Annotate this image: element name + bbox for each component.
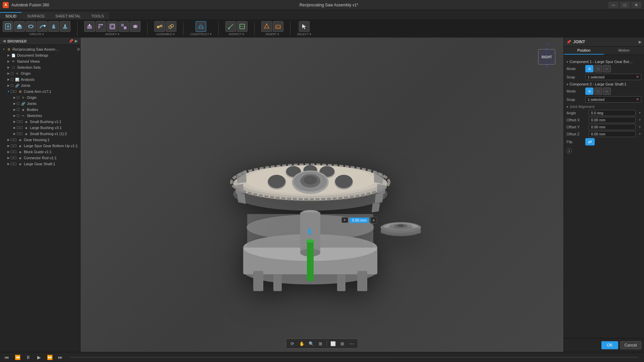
offset-z-arrow[interactable]: ▼: [638, 132, 641, 136]
mode1-btn2[interactable]: □: [594, 65, 602, 72]
scale-button[interactable]: [118, 21, 129, 32]
new-component-button[interactable]: [3, 21, 13, 32]
tab-surface[interactable]: SURFACE: [22, 12, 50, 19]
browser-pin-icon[interactable]: 📌: [69, 39, 73, 43]
viewport-canvas: ▼ 0.00 mm ▼ Z RIGHT ⟳: [80, 38, 564, 352]
select-button[interactable]: [299, 21, 310, 32]
view-cube-svg: Z RIGHT: [533, 41, 560, 71]
joint-button[interactable]: [154, 21, 165, 32]
revolve-button[interactable]: [25, 21, 36, 32]
measure-button[interactable]: [225, 21, 236, 32]
offset-y-input[interactable]: 0.00 mm: [589, 124, 636, 130]
view-cube[interactable]: Z RIGHT: [533, 41, 560, 74]
step-back-button[interactable]: ⏪: [13, 354, 21, 361]
viewport-orbit-button[interactable]: ⟳: [288, 340, 297, 347]
viewport-pan-button[interactable]: ✋: [298, 340, 306, 347]
tab-position[interactable]: Position: [564, 47, 604, 55]
browser-expand-icon[interactable]: ▶: [75, 39, 77, 43]
browser-item-doc-settings[interactable]: ▶ 📄 Document Settings: [0, 52, 80, 58]
offset-z-input[interactable]: 0.00 mm: [589, 131, 636, 137]
minimize-button[interactable]: ─: [608, 2, 619, 8]
joint-panel-expand-icon[interactable]: ▶: [639, 40, 641, 44]
timeline-track[interactable]: [70, 357, 639, 358]
svg-text:Z: Z: [547, 43, 549, 47]
named-views-arrow: ▶: [6, 60, 11, 63]
flip-label: Flip: [567, 140, 583, 144]
value-dropdown[interactable]: ▼: [370, 217, 377, 224]
select-buttons: [299, 21, 310, 32]
browser-item-joints[interactable]: ▶ 🔗 Joints: [0, 82, 80, 88]
viewport-grid-button[interactable]: ⊞: [338, 340, 346, 347]
inspect-buttons: [225, 21, 248, 32]
browser-item-small-bushing1[interactable]: ▶ ■ Small Bushing v1:1: [0, 119, 80, 125]
snap1-value[interactable]: 1 selected ✕: [585, 74, 641, 80]
mode2-btn3[interactable]: ↔: [603, 87, 611, 95]
offset-x-arrow[interactable]: ▼: [638, 118, 641, 122]
browser-item-small-bushing2[interactable]: ▶ ■ Small Bushing v1 (1):2: [0, 131, 80, 137]
ok-button[interactable]: OK: [601, 341, 618, 349]
pause-button[interactable]: ⏸: [24, 354, 32, 361]
snap2-clear[interactable]: ✕: [636, 97, 639, 102]
maximize-button[interactable]: □: [620, 2, 630, 8]
browser-item-connector-rod[interactable]: ▶ ■ Connector Rod v1:1: [0, 155, 80, 161]
viewport-display-mode-button[interactable]: ⬜: [329, 340, 337, 347]
offset-x-input[interactable]: 0.00 mm: [589, 117, 636, 123]
browser-item-origin[interactable]: ▶ ✛ Origin: [0, 70, 80, 76]
mode2-btn1[interactable]: ⊙: [585, 87, 593, 95]
tab-solid[interactable]: SOLID: [0, 12, 22, 19]
shell-button[interactable]: [107, 21, 118, 32]
snap2-value[interactable]: 1 selected ✕: [585, 96, 641, 103]
section-analysis-button[interactable]: [237, 21, 248, 32]
cancel-button[interactable]: Cancel: [620, 341, 641, 349]
angle-input[interactable]: 0.0 deg: [589, 110, 636, 116]
mode2-btn2[interactable]: □: [594, 87, 602, 95]
browser-item-gear-housing[interactable]: ▶ ■ Gear Housing:1: [0, 137, 80, 143]
offset-y-arrow[interactable]: ▼: [638, 125, 641, 129]
loft-button[interactable]: [48, 21, 59, 32]
combine-button[interactable]: [130, 21, 141, 32]
rib-button[interactable]: [60, 21, 70, 32]
browser-item-crank-joints[interactable]: ▶ 🔗 Joints: [0, 101, 80, 107]
info-icon[interactable]: ℹ: [567, 148, 572, 154]
browser-item-crank-origin[interactable]: ▶ ✛ Origin: [0, 95, 80, 101]
close-button[interactable]: ✕: [631, 2, 641, 8]
viewport[interactable]: ▼ 0.00 mm ▼ Z RIGHT ⟳: [80, 38, 564, 352]
step-forward-button[interactable]: ⏩: [46, 354, 54, 361]
browser-item-crank-bodies[interactable]: ▶ ■ Bodies: [0, 107, 80, 113]
insert-mesh-button[interactable]: [261, 21, 272, 32]
browser-collapse-icon[interactable]: ◀: [3, 39, 5, 43]
offset-plane-button[interactable]: [196, 21, 206, 32]
viewport-zoom-button[interactable]: 🔍: [307, 340, 315, 347]
mode1-btn1[interactable]: ⊙: [585, 65, 593, 72]
browser-item-selection-sets[interactable]: ▶ ⬡ Selection Sets: [0, 64, 80, 70]
extrude-button[interactable]: [14, 21, 25, 32]
browser-root[interactable]: ▾ ⚙ Reciprocating Saw Assembly... ⚙: [0, 46, 80, 52]
browser-item-named-views[interactable]: ▶ 👁 Named Views: [0, 58, 80, 64]
insert-svg-button[interactable]: SVG: [273, 21, 283, 32]
sweep-button[interactable]: [37, 21, 48, 32]
as-built-joint-button[interactable]: [166, 21, 176, 32]
tab-tools[interactable]: TOOLS: [86, 12, 109, 19]
viewport-zoom-fit-button[interactable]: ⊞: [317, 340, 325, 347]
play-button[interactable]: ▶: [35, 354, 43, 361]
browser-item-block-guide[interactable]: ▶ ■ Block Guide v1:1: [0, 149, 80, 155]
skip-end-button[interactable]: ⏭: [56, 354, 64, 361]
press-pull-button[interactable]: [84, 21, 95, 32]
tab-motion[interactable]: Motion: [604, 47, 644, 55]
tab-sheet-metal[interactable]: SHEET METAL: [50, 12, 86, 19]
browser-item-crank-arm[interactable]: ▾ ⚙ Crank Arm v17:1: [0, 88, 80, 95]
angle-arrow[interactable]: ▼: [638, 111, 641, 115]
browser-item-large-spur-gear[interactable]: ▶ ■ Large Spur Gear Bottom Up v1:1: [0, 143, 80, 149]
viewport-more-button[interactable]: ⋯: [348, 340, 356, 347]
root-settings-icon[interactable]: ⚙: [77, 47, 80, 52]
mm-value[interactable]: 0.00 mm: [350, 218, 369, 223]
flip-button[interactable]: ⇄: [585, 138, 595, 145]
browser-item-large-bushing[interactable]: ▶ ■ Large Bushing v3:1: [0, 125, 80, 131]
browser-item-crank-sketches[interactable]: ▶ ✏ Sketches: [0, 113, 80, 119]
browser-item-analysis[interactable]: ▶ 📊 Analysis: [0, 76, 80, 82]
snap1-clear[interactable]: ✕: [636, 75, 639, 79]
skip-start-button[interactable]: ⏮: [3, 354, 11, 361]
fillet-button[interactable]: [96, 21, 106, 32]
mode1-btn3[interactable]: ↔: [603, 65, 611, 72]
browser-item-large-gear-shaft[interactable]: ▶ ■ Large Gear Shaft:1: [0, 161, 80, 167]
